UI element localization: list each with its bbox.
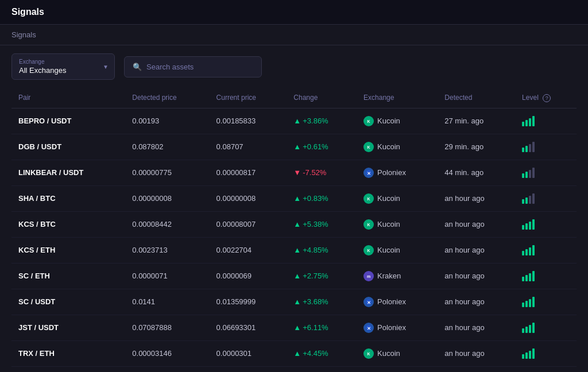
- cell-current-price: 0.06693301: [210, 315, 287, 340]
- level-bar-1: [522, 328, 524, 333]
- table-row[interactable]: SC / USDT0.01410.01359999▲ +3.68%✕Poloni…: [11, 289, 577, 315]
- poloniex-icon: ✕: [363, 168, 374, 178]
- cell-detected-time: an hour ago: [438, 366, 515, 372]
- col-current-price: Current price: [210, 88, 287, 108]
- col-level: Level ?: [515, 88, 577, 108]
- cell-exchange: ✕Poloniex: [357, 160, 438, 185]
- search-icon: 🔍: [133, 63, 142, 71]
- chevron-down-icon: ▼: [103, 64, 109, 70]
- table-row[interactable]: SHA / BTC0.000000080.00000008▲ +0.83%KKu…: [11, 185, 577, 211]
- level-bars: [522, 168, 570, 178]
- level-bar-1: [522, 354, 524, 359]
- table-row[interactable]: XTZ / USDT5.134.85▲ +5.76%KKucoinan hour…: [11, 366, 577, 372]
- arrow-up-icon: ▲: [293, 272, 301, 280]
- change-value: +6.11%: [303, 323, 328, 332]
- cell-pair: SC / ETH: [11, 263, 125, 289]
- cell-pair: TRX / ETH: [11, 340, 125, 366]
- cell-change: ▲ +4.45%: [287, 340, 357, 366]
- level-bar-4: [532, 348, 535, 359]
- level-bar-2: [525, 327, 528, 333]
- cell-detected-time: an hour ago: [438, 237, 515, 263]
- kucoin-icon: K: [363, 142, 374, 152]
- level-bar-2: [525, 249, 528, 255]
- svg-text:K: K: [368, 352, 370, 356]
- table-header: Pair Detected price Current price Change…: [11, 88, 577, 108]
- cell-level: [515, 315, 577, 340]
- cell-level: [515, 211, 577, 237]
- level-bar-4: [532, 323, 535, 333]
- toolbar: Exchange All Exchanges ▼ 🔍: [0, 45, 588, 88]
- svg-text:✕: ✕: [367, 326, 371, 331]
- search-input[interactable]: [146, 63, 250, 71]
- level-bar-3: [529, 170, 531, 178]
- change-value: +0.83%: [303, 194, 328, 203]
- cell-level: [515, 366, 577, 372]
- table-row[interactable]: TRX / ETH0.000031460.0000301▲ +4.45%KKuc…: [11, 340, 577, 366]
- exchange-label: Exchange: [19, 59, 94, 65]
- level-bar-3: [529, 273, 531, 281]
- svg-text:K: K: [368, 223, 370, 227]
- cell-current-price: 0.00185833: [210, 108, 287, 134]
- exchange-name: Kucoin: [377, 194, 400, 203]
- table-row[interactable]: BEPRO / USDT0.001930.00185833▲ +3.86%KKu…: [11, 108, 577, 134]
- exchange-name: Kucoin: [377, 117, 400, 125]
- cell-current-price: 0.0000069: [210, 263, 287, 289]
- change-value: +4.85%: [303, 246, 328, 254]
- arrow-up-icon: ▲: [293, 142, 301, 151]
- cell-pair: BEPRO / USDT: [11, 108, 125, 134]
- arrow-up-icon: ▲: [293, 117, 301, 125]
- level-bar-4: [532, 142, 535, 152]
- cell-change: ▲ +0.83%: [287, 185, 357, 211]
- level-bar-2: [525, 120, 528, 126]
- cell-level: [515, 263, 577, 289]
- level-bar-1: [522, 199, 524, 204]
- change-value: -7.52%: [303, 168, 326, 177]
- level-bar-4: [532, 245, 535, 255]
- level-bar-4: [532, 219, 535, 230]
- level-bar-2: [525, 197, 528, 204]
- exchange-dropdown[interactable]: Exchange All Exchanges ▼: [11, 53, 115, 80]
- cell-change: ▲ +4.85%: [287, 237, 357, 263]
- table-row[interactable]: DGB / USDT0.0878020.08707▲ +0.61%KKucoin…: [11, 134, 577, 160]
- table-row[interactable]: JST / USDT0.070878880.06693301▲ +6.11%✕P…: [11, 315, 577, 340]
- level-bar-1: [522, 173, 524, 178]
- kucoin-icon: K: [363, 245, 374, 255]
- level-bar-3: [529, 144, 531, 152]
- svg-text:K: K: [368, 145, 370, 149]
- table-row[interactable]: LINKBEAR / USDT0.000007750.00000817▼ -7.…: [11, 160, 577, 185]
- level-bar-2: [525, 172, 528, 178]
- level-bar-1: [522, 225, 524, 230]
- level-bar-4: [532, 193, 535, 204]
- cell-detected-time: an hour ago: [438, 211, 515, 237]
- exchange-value: All Exchanges: [19, 66, 66, 75]
- cell-exchange: ✕Poloniex: [357, 289, 438, 315]
- table-row[interactable]: SC / ETH0.00000710.0000069▲ +2.75%mKrake…: [11, 263, 577, 289]
- level-bar-2: [525, 146, 528, 152]
- cell-detected-time: an hour ago: [438, 340, 515, 366]
- cell-level: [515, 160, 577, 185]
- level-bar-3: [529, 351, 531, 359]
- level-bar-1: [522, 277, 524, 281]
- table-row[interactable]: KCS / ETH0.00237130.0022704▲ +4.85%KKuco…: [11, 237, 577, 263]
- change-value: +0.61%: [303, 142, 328, 151]
- breadcrumb: Signals: [11, 30, 36, 39]
- cell-pair: XTZ / USDT: [11, 366, 125, 372]
- cell-detected-price: 0.0000071: [125, 263, 209, 289]
- cell-exchange: KKucoin: [357, 108, 438, 134]
- cell-detected-price: 0.0023713: [125, 237, 209, 263]
- exchange-name: Kraken: [377, 272, 401, 280]
- cell-detected-time: an hour ago: [438, 263, 515, 289]
- exchange-name: Kucoin: [377, 142, 400, 151]
- cell-exchange: KKucoin: [357, 237, 438, 263]
- table-row[interactable]: KCS / BTC0.000084420.00008007▲ +5.38%KKu…: [11, 211, 577, 237]
- level-bars: [522, 348, 570, 359]
- cell-detected-time: an hour ago: [438, 185, 515, 211]
- cell-pair: SC / USDT: [11, 289, 125, 315]
- col-detected: Detected: [438, 88, 515, 108]
- cell-current-price: 4.85: [210, 366, 287, 372]
- level-bar-1: [522, 122, 524, 126]
- level-bar-4: [532, 168, 535, 178]
- kucoin-icon: K: [363, 193, 374, 204]
- col-exchange: Exchange: [357, 88, 438, 108]
- col-detected-price: Detected price: [125, 88, 209, 108]
